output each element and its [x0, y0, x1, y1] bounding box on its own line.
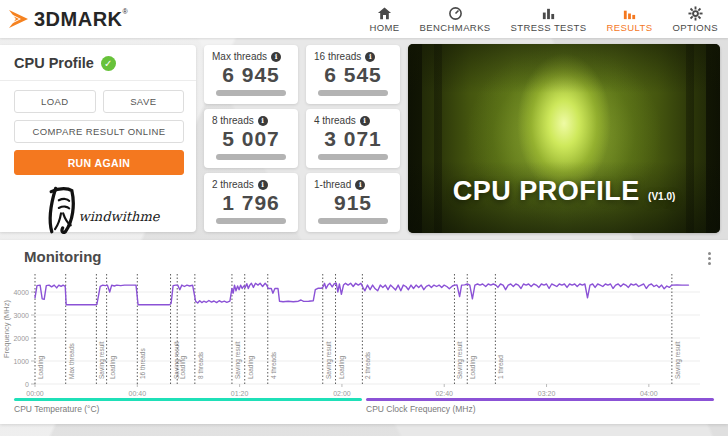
- score-bar: [216, 218, 286, 224]
- svg-text:Loading: Loading: [247, 355, 255, 379]
- save-button[interactable]: SAVE: [103, 90, 185, 113]
- nav-item-benchmarks[interactable]: BENCHMARKS: [420, 6, 491, 33]
- svg-text:Saving result: Saving result: [234, 341, 242, 379]
- score-value: 5 007: [212, 127, 290, 151]
- svg-text:02:00: 02:00: [333, 390, 351, 397]
- svg-text:02:40: 02:40: [435, 390, 453, 397]
- svg-text:Saving result: Saving result: [674, 341, 682, 379]
- score-card-2-threads: 2 threadsi 1 796: [204, 173, 298, 232]
- score-card-1-thread: 1-threadi 915: [306, 173, 400, 232]
- windwithme-logo-icon: [39, 183, 83, 235]
- score-card-max-threads: Max threadsi 6 945: [204, 45, 298, 104]
- score-bar: [318, 154, 388, 160]
- hero-version: (V1.0): [648, 191, 675, 202]
- legend-swatch-teal: [14, 398, 362, 401]
- svg-text:Saving result: Saving result: [325, 341, 333, 379]
- svg-text:Max threads: Max threads: [68, 342, 75, 379]
- hero-title: CPU PROFILE: [453, 176, 640, 206]
- 3dmark-logo-icon: [8, 8, 30, 30]
- divider: [0, 80, 196, 81]
- score-value: 915: [314, 191, 392, 215]
- compare-result-online-button[interactable]: COMPARE RESULT ONLINE: [14, 120, 184, 143]
- nav-label: OPTIONS: [672, 22, 718, 33]
- svg-text:00:00: 00:00: [26, 390, 44, 397]
- bar-chart-icon: [622, 6, 637, 21]
- cpu-profile-hero-image: CPU PROFILE (V1.0): [408, 44, 720, 233]
- info-icon[interactable]: i: [271, 52, 281, 62]
- nav-item-results[interactable]: RESULTS: [607, 6, 653, 33]
- svg-text:04:00: 04:00: [640, 390, 658, 397]
- info-icon[interactable]: i: [258, 116, 268, 126]
- svg-text:00:40: 00:40: [129, 390, 147, 397]
- svg-text:1 thread: 1 thread: [497, 355, 504, 379]
- gear-icon: [688, 6, 703, 21]
- svg-text:4000: 4000: [13, 289, 29, 296]
- score-card-8-threads: 8 threadsi 5 007: [204, 109, 298, 168]
- cpu-profile-panel: CPU Profile ✓ LOAD SAVE COMPARE RESULT O…: [0, 45, 196, 232]
- info-icon[interactable]: i: [258, 180, 268, 190]
- score-bar: [216, 154, 286, 160]
- svg-text:Loading: Loading: [469, 355, 477, 379]
- score-value: 3 071: [314, 127, 392, 151]
- panel-title: CPU Profile: [14, 55, 94, 71]
- info-icon[interactable]: i: [360, 116, 370, 126]
- svg-text:0: 0: [25, 381, 29, 388]
- nav-item-stress-tests[interactable]: STRESS TESTS: [511, 6, 587, 33]
- watermark-text: windwithme: [79, 209, 160, 224]
- score-card-4-threads: 4 threadsi 3 071: [306, 109, 400, 168]
- legend-label: CPU Clock Frequency (MHz): [366, 404, 714, 414]
- svg-text:Loading: Loading: [109, 355, 117, 379]
- score-bar: [318, 218, 388, 224]
- svg-text:03:20: 03:20: [538, 390, 556, 397]
- svg-text:8 threads: 8 threads: [197, 351, 204, 379]
- nav-label: RESULTS: [607, 22, 653, 33]
- load-button[interactable]: LOAD: [14, 90, 96, 113]
- score-grid: Max threadsi 6 945 16 threadsi 6 545 8 t…: [204, 45, 400, 232]
- score-label: 2 threads: [212, 179, 254, 190]
- top-header: 3DMARK® HOME BENCHMARKS STRESS TESTS: [0, 0, 728, 38]
- legend-label: CPU Temperature (°C): [14, 404, 362, 414]
- score-bar: [216, 90, 286, 96]
- score-bar: [318, 90, 388, 96]
- score-label: 16 threads: [314, 51, 361, 62]
- monitoring-title: Monitoring: [24, 248, 101, 265]
- logo-registered-mark: ®: [123, 8, 128, 15]
- info-icon[interactable]: i: [365, 52, 375, 62]
- main-nav: HOME BENCHMARKS STRESS TESTS RESULTS: [369, 6, 718, 33]
- gauge-icon: [448, 6, 463, 21]
- nav-label: BENCHMARKS: [420, 22, 491, 33]
- 3dmark-logo: 3DMARK®: [8, 8, 128, 30]
- run-again-button[interactable]: RUN AGAIN: [14, 150, 184, 175]
- monitoring-panel: Monitoring 0100020003000400000:0000:4001…: [0, 240, 728, 424]
- score-value: 6 545: [314, 63, 392, 87]
- chart-legend: CPU Temperature (°C) CPU Clock Frequency…: [14, 398, 714, 414]
- svg-text:2 threads: 2 threads: [364, 351, 371, 379]
- legend-swatch-purple: [366, 398, 714, 401]
- score-value: 6 945: [212, 63, 290, 87]
- score-label: 4 threads: [314, 115, 356, 126]
- svg-text:01:20: 01:20: [231, 390, 249, 397]
- svg-text:Saving result: Saving result: [456, 341, 464, 379]
- score-label: Max threads: [212, 51, 267, 62]
- nav-label: STRESS TESTS: [511, 22, 587, 33]
- logo-text: 3DMARK: [34, 8, 123, 30]
- svg-text:Loading: Loading: [37, 355, 45, 379]
- svg-text:Saving result: Saving result: [98, 341, 106, 379]
- nav-item-home[interactable]: HOME: [369, 6, 399, 33]
- svg-text:4 threads: 4 threads: [270, 351, 277, 379]
- svg-text:3000: 3000: [13, 312, 29, 319]
- info-icon[interactable]: i: [355, 180, 365, 190]
- svg-text:1000: 1000: [13, 358, 29, 365]
- legend-cpu-temperature: CPU Temperature (°C): [14, 398, 362, 414]
- nav-item-options[interactable]: OPTIONS: [672, 6, 718, 33]
- check-circle-icon: ✓: [101, 56, 116, 71]
- svg-text:Frequency (MHz): Frequency (MHz): [2, 300, 11, 358]
- svg-text:Loading: Loading: [179, 355, 187, 379]
- svg-text:16 threads: 16 threads: [139, 348, 146, 379]
- score-value: 1 796: [212, 191, 290, 215]
- svg-text:2000: 2000: [13, 335, 29, 342]
- results-area: CPU Profile ✓ LOAD SAVE COMPARE RESULT O…: [0, 38, 728, 240]
- score-card-16-threads: 16 threadsi 6 545: [306, 45, 400, 104]
- score-label: 1-thread: [314, 179, 351, 190]
- frequency-chart: 0100020003000400000:0000:4001:2002:0002:…: [0, 264, 728, 400]
